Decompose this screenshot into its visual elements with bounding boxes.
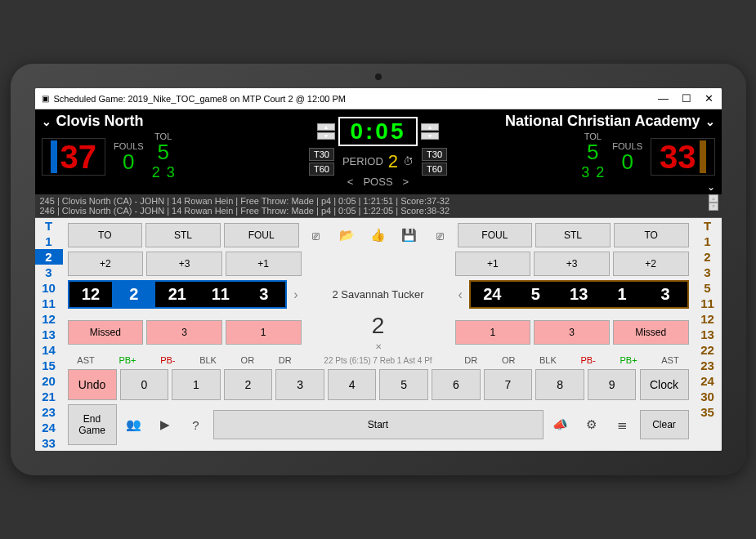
home-pb+-btn[interactable]: PB+	[119, 355, 136, 365]
home-dr-btn[interactable]: DR	[279, 355, 292, 365]
stopwatch-icon[interactable]: ⏱	[403, 155, 414, 167]
home-mini-stats[interactable]: ASTPB+PB-BLKORDR	[68, 355, 302, 365]
away-roster-11[interactable]: 11	[694, 296, 722, 311]
home-ast-btn[interactable]: AST	[77, 355, 94, 365]
away-pb--btn[interactable]: PB-	[580, 355, 595, 365]
home-roster-14[interactable]: 14	[35, 342, 63, 358]
away-roster-5[interactable]: 5	[694, 280, 722, 296]
numpad-0[interactable]: 0	[120, 369, 169, 400]
play-log[interactable]: 245 | Clovis North (CA) - JOHN | 14 Rowa…	[35, 194, 722, 218]
home-pb--btn[interactable]: PB-	[160, 355, 175, 365]
away-miss1-button[interactable]: 1	[455, 320, 531, 345]
numpad-3[interactable]: 3	[275, 369, 324, 400]
away-t30-button[interactable]: T30	[422, 148, 447, 161]
home-roster-1[interactable]: 1	[35, 234, 63, 249]
away-plus2-button[interactable]: +2	[613, 252, 689, 276]
home-roster-33[interactable]: 33	[35, 435, 63, 451]
megaphone-icon[interactable]: 📣	[547, 412, 575, 437]
home-oncourt-2[interactable]: 2	[112, 282, 155, 307]
away-pb+-btn[interactable]: PB+	[620, 355, 637, 365]
chevron-left-icon[interactable]: ‹	[455, 287, 466, 302]
away-roster-12[interactable]: 12	[694, 311, 722, 327]
numpad-4[interactable]: 4	[328, 369, 377, 400]
home-oncourt-11[interactable]: 11	[199, 282, 242, 307]
away-score[interactable]: 33	[660, 140, 696, 173]
scroll-down-icon[interactable]: ▾	[709, 203, 718, 211]
clock-button[interactable]: Clock	[640, 369, 689, 400]
away-fouls[interactable]: 0	[621, 151, 633, 172]
numpad-9[interactable]: 9	[588, 369, 637, 400]
numpad-7[interactable]: 7	[484, 369, 533, 400]
home-fouls[interactable]: 0	[123, 151, 134, 172]
away-roster-23[interactable]: 23	[694, 358, 722, 373]
home-or-btn[interactable]: OR	[241, 355, 255, 365]
away-oncourt-24[interactable]: 24	[471, 282, 514, 307]
away-roster-2[interactable]: 2	[694, 249, 722, 265]
thumbs-up-icon[interactable]: 👍	[365, 223, 392, 247]
away-stl-button[interactable]: STL	[535, 223, 611, 247]
home-oncourt-12[interactable]: 12	[69, 282, 113, 307]
play-icon[interactable]: ▶	[151, 412, 179, 437]
maximize-button[interactable]: ☐	[681, 92, 692, 105]
home-roster-11[interactable]: 11	[35, 296, 63, 311]
away-missed-button[interactable]: Missed	[613, 320, 689, 345]
chevron-right-icon[interactable]: ›	[290, 287, 301, 302]
away-roster-T[interactable]: T	[694, 218, 722, 234]
away-roster-13[interactable]: 13	[694, 327, 722, 342]
chevron-down-icon[interactable]: ⌄	[707, 181, 715, 193]
away-roster-1[interactable]: 1	[694, 234, 722, 249]
away-blk-btn[interactable]: BLK	[539, 355, 557, 365]
away-oncourt-5[interactable]: 5	[514, 282, 557, 307]
home-miss3-button[interactable]: 3	[146, 320, 222, 345]
away-ast-btn[interactable]: AST	[661, 355, 678, 365]
away-plus1-button[interactable]: +1	[455, 252, 531, 276]
home-roster-20[interactable]: 20	[35, 373, 63, 389]
away-roster-24[interactable]: 24	[694, 373, 722, 389]
away-t60-button[interactable]: T60	[422, 163, 447, 176]
location-pin-icon[interactable]: ⎚	[427, 223, 454, 247]
away-mini-stats[interactable]: DRORBLKPB-PB+AST	[455, 355, 689, 365]
home-roster-21[interactable]: 21	[35, 389, 63, 404]
list-icon[interactable]: ≣	[609, 412, 637, 437]
numpad-5[interactable]: 5	[379, 369, 428, 400]
undo-button[interactable]: Undo	[68, 369, 117, 400]
home-t30-button[interactable]: T30	[309, 148, 334, 161]
clock-min-dn[interactable]: ▾	[317, 132, 335, 140]
home-roster-24[interactable]: 24	[35, 420, 63, 435]
numpad-6[interactable]: 6	[432, 369, 481, 400]
away-dr-btn[interactable]: DR	[464, 355, 477, 365]
end-game-button[interactable]: End Game	[68, 404, 117, 445]
home-roster-2[interactable]: 2	[35, 249, 63, 265]
away-oncourt-3[interactable]: 3	[644, 282, 687, 307]
save-icon[interactable]: 💾	[396, 223, 423, 247]
home-team-name[interactable]: ⌄Clovis North	[42, 113, 294, 130]
clear-button[interactable]: Clear	[640, 410, 689, 439]
away-team-name[interactable]: National Christian Academy⌄	[462, 113, 714, 130]
home-plus3-button[interactable]: +3	[146, 252, 222, 276]
scroll-up-icon[interactable]: ▴	[709, 194, 718, 203]
home-to-button[interactable]: TO	[68, 223, 143, 247]
home-plus1-button[interactable]: +1	[226, 252, 302, 276]
home-on-court[interactable]: 12221113	[68, 280, 288, 309]
help-icon[interactable]: ?	[182, 412, 210, 437]
folder-open-icon[interactable]: 📂	[333, 223, 361, 247]
home-score[interactable]: 37	[60, 140, 97, 173]
game-clock[interactable]: 0:05	[338, 117, 417, 146]
clock-sec-dn[interactable]: ▾	[421, 132, 439, 140]
numpad-8[interactable]: 8	[535, 369, 584, 400]
away-tol[interactable]: 5	[587, 141, 598, 163]
home-blk-btn[interactable]: BLK	[199, 355, 217, 365]
away-roster-30[interactable]: 30	[694, 389, 722, 404]
home-roster-13[interactable]: 13	[35, 327, 63, 342]
clock-min-up[interactable]: ▴	[317, 123, 335, 131]
numpad-2[interactable]: 2	[224, 369, 273, 400]
period-value[interactable]: 2	[388, 151, 398, 172]
away-plus3-button[interactable]: +3	[534, 252, 610, 276]
away-roster-35[interactable]: 35	[694, 404, 722, 420]
away-oncourt-1[interactable]: 1	[601, 282, 644, 307]
away-roster-3[interactable]: 3	[694, 265, 722, 280]
home-roster-T[interactable]: T	[35, 218, 63, 234]
home-oncourt-3[interactable]: 3	[242, 282, 285, 307]
minimize-button[interactable]: —	[658, 92, 669, 105]
home-roster-3[interactable]: 3	[35, 265, 63, 280]
